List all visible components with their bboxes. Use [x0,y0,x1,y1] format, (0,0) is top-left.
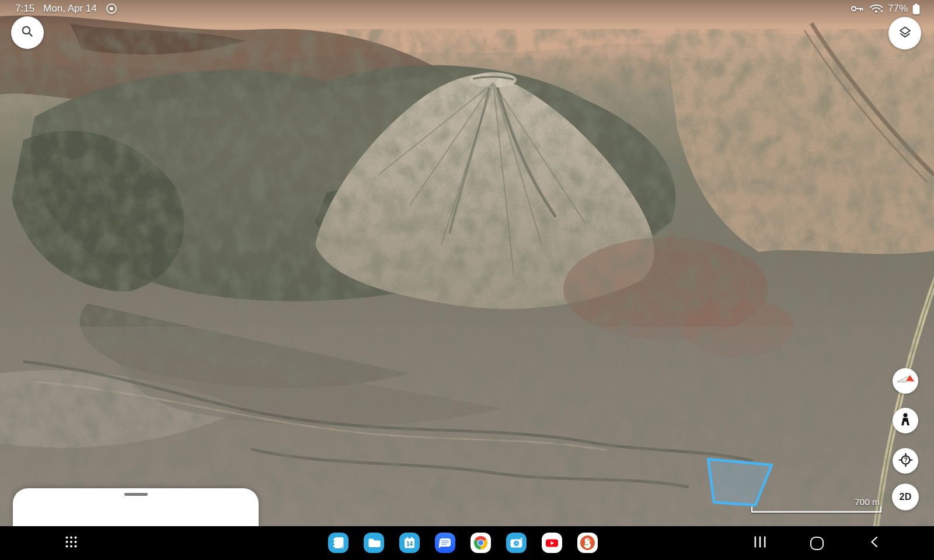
calendar-icon: 14 [399,533,420,553]
2d-toggle-button[interactable]: 2D [892,484,919,510]
app-my-files[interactable] [364,533,384,553]
youtube-icon [542,533,562,553]
app-messages[interactable] [435,533,455,553]
wifi-icon [869,4,883,14]
drag-handle[interactable] [124,493,148,496]
compass-icon [895,369,916,393]
svg-text:?: ? [904,457,907,463]
taskbar: 14 [0,526,934,560]
messages-icon [435,533,455,553]
svg-text:14: 14 [406,541,413,547]
search-button[interactable] [11,16,44,49]
app-chrome[interactable] [471,533,491,553]
satellite-terrain[interactable] [0,0,934,560]
pegman-icon [898,412,913,429]
bottom-sheet[interactable] [13,488,259,526]
samsung-notes-icon [328,533,348,553]
my-location-icon: ? [898,452,914,470]
home-icon [810,537,824,550]
layers-button[interactable] [888,17,921,50]
search-icon [20,24,35,41]
layers-icon [897,24,913,43]
camera-icon [506,533,527,553]
app-youtube[interactable] [542,533,562,553]
my-files-icon [364,533,384,553]
street-view-button[interactable] [893,408,918,433]
duckduckgo-icon [577,533,598,553]
status-time: 7:15 [15,3,34,15]
app-camera[interactable] [506,533,527,553]
nav-recents-button[interactable] [746,526,774,560]
back-icon [869,535,880,551]
app-samsung-notes[interactable] [328,533,348,553]
dock-apps: 14 [328,533,598,553]
recents-icon [754,536,766,551]
app-grid-icon [64,535,78,551]
my-location-button[interactable]: ? [893,448,918,474]
status-bar: 7:15 Mon, Apr 14 [0,0,934,18]
app-calendar[interactable]: 14 [399,533,420,553]
app-drawer-button[interactable] [62,534,81,552]
battery-icon [912,4,920,15]
scale-bar-label: 700 m [855,497,880,508]
vpn-key-icon [851,4,865,13]
battery-percent: 77% [888,3,908,15]
notification-circle-icon [106,3,117,15]
nav-home-button[interactable] [803,526,831,560]
google-earth-screen: 700 m 7:15 Mon, Apr 14 [0,0,934,560]
status-date: Mon, Apr 14 [43,3,97,15]
app-duckduckgo[interactable] [577,533,598,553]
2d-toggle-label: 2D [900,492,912,502]
compass-button[interactable] [893,368,918,394]
nav-back-button[interactable] [860,526,888,560]
chrome-icon [471,533,491,553]
